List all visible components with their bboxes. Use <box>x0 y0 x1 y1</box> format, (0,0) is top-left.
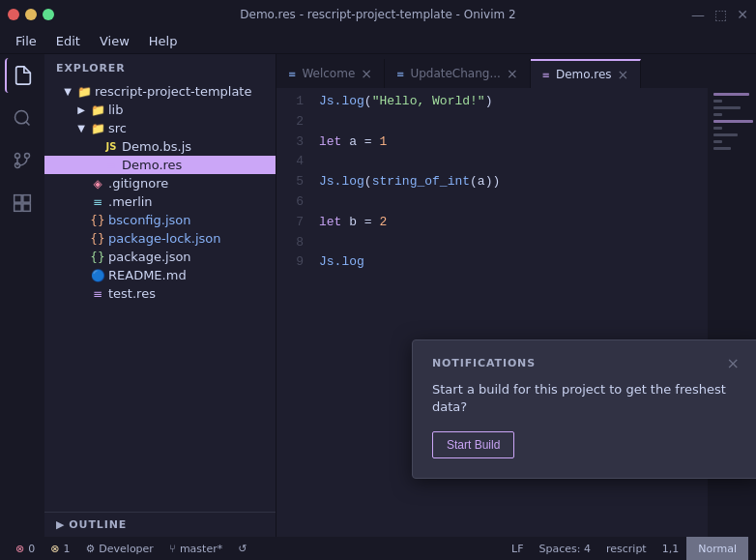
notification-popup: NOTIFICATIONS × Start a build for this p… <box>412 339 756 479</box>
files-icon[interactable] <box>5 58 40 93</box>
menu-edit[interactable]: Edit <box>48 32 88 50</box>
tab-demo-res[interactable]: ≡ Demo.res × <box>531 59 642 88</box>
status-warnings[interactable]: ⊗ 1 <box>43 537 77 560</box>
menu-view[interactable]: View <box>92 32 137 50</box>
code-line-7: let b = 2 <box>319 213 700 233</box>
branch-icon: ⑂ <box>169 543 176 555</box>
window-controls: — ⬚ ✕ <box>691 7 748 22</box>
tree-item-root[interactable]: ▼ 📁 rescript-project-template <box>44 82 276 101</box>
tab-close-welcome[interactable]: × <box>361 67 372 80</box>
folder-arrow-icon: ▼ <box>60 86 75 97</box>
restore-icon[interactable]: ⬚ <box>714 7 727 22</box>
minimize-icon[interactable]: — <box>691 7 705 22</box>
tree-label: test.res <box>108 286 156 301</box>
mode-label: Normal <box>698 543 737 555</box>
code-line-2 <box>319 112 700 133</box>
sync-icon: ↺ <box>238 543 247 555</box>
svg-line-1 <box>26 122 30 126</box>
start-build-button[interactable]: Start Build <box>432 431 514 458</box>
svg-rect-5 <box>15 195 22 203</box>
tab-welcome[interactable]: ≡ Welcome × <box>276 59 385 88</box>
code-line-9: Js.log <box>319 252 700 273</box>
error-count: 0 <box>28 543 35 555</box>
tree-item-demo-bs-js[interactable]: JS Demo.bs.js <box>44 137 276 156</box>
search-icon[interactable] <box>5 101 40 135</box>
tree-label: README.md <box>108 268 187 282</box>
outline-section[interactable]: ▶ Outline <box>44 513 276 537</box>
tab-icon-demo-res: ≡ <box>542 70 550 80</box>
warning-icon: ⊗ <box>50 543 59 555</box>
tree-label: rescript-project-template <box>95 84 251 99</box>
editor-content: 1 2 3 4 5 6 7 8 9 Js.log("Hello, World!"… <box>276 88 756 537</box>
tab-label-updatechang: UpdateChang... <box>410 67 500 80</box>
spaces-label: Spaces: 4 <box>539 543 591 555</box>
tab-updatechang[interactable]: ≡ UpdateChang... × <box>385 59 531 88</box>
tab-close-updatechang[interactable]: × <box>507 67 518 80</box>
js-file-icon: JS <box>102 141 120 152</box>
close-traffic-light[interactable] <box>8 9 19 20</box>
svg-point-0 <box>15 111 28 124</box>
res-file-icon: ≡ <box>102 159 120 172</box>
code-line-5: Js.log(string_of_int(a)) <box>319 172 700 192</box>
status-language[interactable]: rescript <box>598 537 654 560</box>
status-sync[interactable]: ↺ <box>230 537 254 560</box>
tree-item-bsconfig[interactable]: {} bsconfig.json <box>44 211 276 229</box>
tree-item-merlin[interactable]: ≡ .merlin <box>44 192 276 211</box>
menu-help[interactable]: Help <box>141 32 186 50</box>
readme-file-icon: 🔵 <box>89 269 106 282</box>
developer-label: Developer <box>99 543 154 555</box>
notification-close-button[interactable]: × <box>727 356 740 371</box>
status-bar: ⊗ 0 ⊗ 1 ⚙ Developer ⑂ master* ↺ LF Space… <box>0 537 756 560</box>
tree-label: Demo.bs.js <box>122 139 191 154</box>
line-number: 4 <box>276 152 304 172</box>
tab-close-demo-res[interactable]: × <box>618 68 629 81</box>
line-number: 1 <box>276 92 304 112</box>
outline-arrow-icon: ▶ <box>56 518 65 531</box>
status-line-ending[interactable]: LF <box>504 537 531 560</box>
status-branch[interactable]: ⑂ master* <box>161 537 230 560</box>
sidebar-bottom: ▶ Outline <box>44 512 276 537</box>
tree-label: src <box>108 121 127 135</box>
status-position[interactable]: 1,1 <box>654 537 687 560</box>
maximize-traffic-light[interactable] <box>43 9 54 20</box>
tree-item-lib[interactable]: ▶ 📁 lib <box>44 101 276 119</box>
tree-item-package-lock[interactable]: {} package-lock.json <box>44 229 276 248</box>
tree-item-package-json[interactable]: {} package.json <box>44 248 276 266</box>
status-errors[interactable]: ⊗ 0 <box>8 537 43 560</box>
folder-icon: 📁 <box>89 122 106 135</box>
tree-label: .gitignore <box>108 176 168 191</box>
svg-rect-8 <box>23 204 31 212</box>
title-bar: Demo.res - rescript-project-template - O… <box>0 0 756 29</box>
line-number: 7 <box>276 213 304 233</box>
line-number: 8 <box>276 233 304 253</box>
window-traffic-lights <box>8 9 54 20</box>
language-label: rescript <box>606 543 647 555</box>
tree-label: Demo.res <box>122 158 182 172</box>
tree-label: package.json <box>108 250 191 264</box>
status-spaces[interactable]: Spaces: 4 <box>532 537 598 560</box>
tree-item-test-res[interactable]: ≡ test.res <box>44 284 276 303</box>
activity-bar <box>0 54 44 537</box>
tree-item-demo-res[interactable]: ≡ Demo.res <box>44 156 276 174</box>
minimap-line <box>713 140 722 143</box>
tree-item-readme[interactable]: 🔵 README.md <box>44 266 276 284</box>
menu-file[interactable]: File <box>8 32 44 50</box>
status-developer[interactable]: ⚙ Developer <box>77 537 160 560</box>
extensions-icon[interactable] <box>5 186 40 221</box>
tree-item-src[interactable]: ▼ 📁 src <box>44 119 276 137</box>
notification-title: NOTIFICATIONS <box>432 357 536 369</box>
folder-arrow-icon: ▼ <box>73 123 89 133</box>
source-control-icon[interactable] <box>5 143 40 178</box>
minimize-traffic-light[interactable] <box>25 9 37 20</box>
tree-item-gitignore[interactable]: ◈ .gitignore <box>44 174 276 192</box>
line-numbers: 1 2 3 4 5 6 7 8 9 <box>276 88 311 537</box>
tab-icon-updatechang: ≡ <box>396 69 404 79</box>
notification-header: NOTIFICATIONS × <box>432 356 740 371</box>
developer-icon: ⚙ <box>85 543 95 555</box>
code-line-8 <box>319 233 700 253</box>
main-layout: Explorer ▼ 📁 rescript-project-template ▶… <box>0 54 756 537</box>
tree-label: .merlin <box>108 194 153 209</box>
code-line-6 <box>319 192 700 213</box>
minimap-line <box>713 113 722 116</box>
close-icon[interactable]: ✕ <box>737 7 748 22</box>
